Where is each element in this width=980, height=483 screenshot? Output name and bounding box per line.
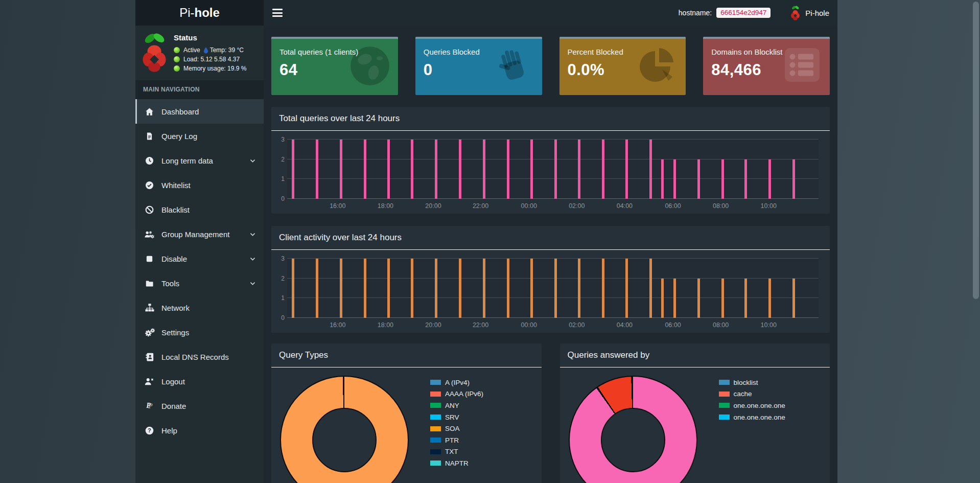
x-axis-labels: 16:0018:0020:0022:0000:0002:0004:0006:00… [287, 199, 819, 213]
legend-item[interactable]: one.one.one.one [719, 411, 785, 423]
chart-bar [792, 279, 795, 318]
y-axis-labels: 0123 [275, 140, 287, 199]
status-title: Status [174, 33, 246, 42]
sidebar-item-query-log[interactable]: Query Log [135, 124, 264, 148]
card-title: Total queries (1 clients) [279, 48, 390, 56]
chart-bar [649, 259, 652, 318]
status-led-icon [174, 65, 180, 72]
queries-bar-chart [287, 140, 819, 199]
user-x-icon [144, 376, 155, 387]
card-domains-blocklist: Domains on Blocklist 84,466 [703, 37, 830, 95]
chart-bar [721, 279, 724, 318]
sidebar-item-disable[interactable]: Disable [135, 246, 264, 271]
card-value: 0.0% [568, 61, 678, 79]
chart-bar [435, 140, 437, 199]
chart-bar [507, 259, 509, 318]
sidebar-item-donate[interactable]: PPDonate [135, 394, 264, 418]
legend-item[interactable]: ANY [430, 400, 483, 411]
chart-bar [602, 259, 604, 318]
status-panel: Status Active Temp: 39 °C Load: 5.12 5.5… [135, 26, 264, 80]
raspberry-icon [790, 5, 801, 21]
load-value: 5.12 5.58 4.37 [200, 56, 240, 63]
sidebar-item-local-dns-records[interactable]: Local DNS Records [135, 344, 264, 369]
sidebar: Status Active Temp: 39 °C Load: 5.12 5.5… [135, 26, 264, 483]
chart-bar [744, 159, 747, 199]
chart-bar [459, 259, 461, 318]
panel-query-types: Query Types A (IPv4)AAAA (IPv6)ANYSRVSOA… [271, 343, 542, 483]
sidebar-item-help[interactable]: ?Help [135, 418, 264, 443]
chart-bar [435, 259, 437, 318]
memory-value: 19.9 % [227, 65, 246, 72]
chart-bar [661, 159, 664, 199]
legend-item[interactable]: blocklist [719, 377, 785, 388]
sidebar-item-group-management[interactable]: Group Management [135, 222, 264, 246]
chart-bar [340, 140, 342, 199]
sidebar-item-label: Tools [161, 279, 179, 288]
chart-bar [792, 159, 795, 199]
clients-bar-chart [287, 259, 819, 318]
legend-swatch [719, 403, 730, 408]
svg-text:P: P [146, 401, 151, 409]
sidebar-item-settings[interactable]: Settings [135, 320, 264, 344]
queries-answered-donut-chart [569, 376, 697, 483]
legend-swatch [430, 380, 441, 385]
legend-item[interactable]: cache [719, 388, 785, 400]
legend-item[interactable]: SRV [430, 411, 483, 423]
sidebar-toggle-icon[interactable] [272, 9, 283, 17]
chart-bar [459, 140, 461, 199]
chart-bar [768, 279, 771, 318]
sidebar-item-tools[interactable]: Tools [135, 271, 264, 295]
sidebar-item-label: Dashboard [161, 107, 199, 116]
x-axis-labels: 16:0018:0020:0022:0000:0002:0004:0006:00… [287, 318, 819, 332]
chart-bar [721, 159, 724, 199]
sidebar-item-whitelist[interactable]: Whitelist [135, 173, 264, 197]
clock-icon [144, 155, 155, 166]
panel-title: Query Types [271, 343, 542, 367]
query-types-donut-chart [280, 376, 409, 483]
chevron-down-icon [249, 280, 256, 287]
sidebar-item-logout[interactable]: Logout [135, 369, 264, 394]
summary-cards-row: Total queries (1 clients) 64 Queries Blo… [271, 37, 830, 95]
legend-item[interactable]: SOA [430, 423, 483, 434]
pihole-raspberry-logo [141, 31, 168, 74]
page-scrollbar[interactable] [973, 2, 979, 299]
panel-total-queries: Total queries over last 24 hours 0123 16… [271, 107, 830, 214]
question-circle-icon: ? [144, 425, 155, 436]
legend-item[interactable]: one.one.one.one [719, 400, 785, 411]
status-row-load: Load: 5.12 5.58 4.37 [174, 56, 246, 63]
legend-label: SRV [445, 413, 459, 421]
hostname-badge: 666154e2d947 [716, 8, 771, 18]
chart-bar [411, 259, 413, 318]
status-row-memory: Memory usage: 19.9 % [174, 65, 246, 72]
card-value: 64 [279, 61, 390, 79]
svg-text:?: ? [148, 427, 151, 433]
sidebar-item-long-term-data[interactable]: Long term data [135, 148, 264, 173]
load-label: Load: [183, 56, 199, 63]
chart-bar [697, 159, 700, 199]
chart-bar [530, 259, 533, 318]
legend-swatch [430, 392, 441, 397]
brand-text: Pi-hole [805, 9, 829, 17]
legend-label: SOA [445, 425, 460, 432]
sidebar-item-dashboard[interactable]: Dashboard [135, 99, 264, 124]
sidebar-item-label: Blacklist [161, 205, 190, 214]
chart-bar [744, 279, 747, 318]
sidebar-item-network[interactable]: Network [135, 295, 264, 320]
legend-item[interactable]: AAAA (IPv6) [430, 388, 483, 400]
sidebar-item-label: Whitelist [161, 181, 191, 190]
chevron-down-icon [249, 231, 256, 238]
legend-item[interactable]: A (IPv4) [430, 377, 483, 388]
app-logo[interactable]: Pi-hole [135, 0, 264, 26]
legend-item[interactable]: PTR [430, 434, 483, 446]
status-led-icon [174, 47, 180, 53]
legend-item[interactable]: NAPTR [430, 457, 483, 469]
main-content: Total queries (1 clients) 64 Queries Blo… [264, 26, 837, 483]
address-book-icon [144, 352, 155, 362]
legend-swatch [430, 415, 441, 420]
chart-bar [625, 140, 628, 199]
legend-swatch [430, 461, 441, 466]
sidebar-item-blacklist[interactable]: Blacklist [135, 197, 264, 222]
legend-item[interactable]: TXT [430, 446, 483, 458]
sidebar-item-label: Help [161, 426, 177, 435]
chart-bar [316, 140, 318, 199]
